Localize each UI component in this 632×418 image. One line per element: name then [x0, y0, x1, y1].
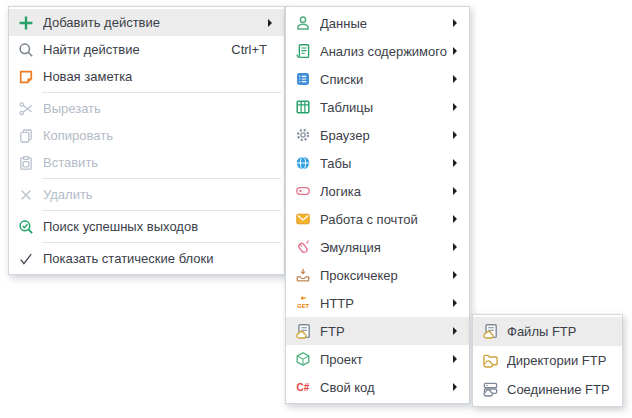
menu-item-label: Найти действие — [43, 42, 231, 57]
submenu-item-label: Работа с почтой — [320, 212, 453, 227]
document-lines-icon — [286, 43, 320, 59]
submenu-item-project[interactable]: Проект — [286, 345, 469, 373]
mail-icon — [286, 211, 320, 227]
submenu-arrow-icon — [453, 215, 469, 223]
person-icon — [286, 15, 320, 31]
delete-icon — [9, 187, 43, 203]
menu-item-copy[interactable]: Копировать — [9, 122, 284, 149]
check-icon — [9, 251, 43, 267]
submenu-item-own-code[interactable]: C# Свой код — [286, 373, 469, 401]
ftp-submenu: Файлы FTP Директории FTP Соединение FTP — [472, 314, 623, 407]
add-action-submenu: Данные Анализ содержимого Списки Таблицы… — [285, 6, 470, 404]
svg-text:C#: C# — [297, 382, 310, 393]
menu-item-label: Удалить — [43, 187, 284, 202]
submenu-arrow-icon — [453, 355, 469, 363]
submenu-item-label: HTTP — [320, 296, 453, 311]
csharp-icon: C# — [286, 379, 320, 395]
submenu-item-emulation[interactable]: Эмуляция — [286, 233, 469, 261]
ftp-file-icon — [286, 323, 320, 340]
menu-item-label: Показать статические блоки — [43, 251, 284, 266]
http-get-icon: GET — [286, 295, 320, 311]
submenu-arrow-icon — [453, 327, 469, 335]
menu-item-label: Вырезать — [43, 101, 284, 116]
submenu-item-label: Свой код — [320, 380, 453, 395]
scissors-icon — [9, 101, 43, 117]
ftp-file-icon — [473, 323, 507, 340]
submenu-item-label: Файлы FTP — [507, 324, 622, 339]
submenu-arrow-icon — [453, 271, 469, 279]
submenu-item-label: Директории FTP — [507, 353, 622, 368]
submenu-item-proxychecker[interactable]: Проксичекер — [286, 261, 469, 289]
submenu-item-content-analysis[interactable]: Анализ содержимого — [286, 37, 469, 65]
submenu-item-ftp-connection[interactable]: Соединение FTP — [473, 375, 622, 404]
submenu-item-label: Проект — [320, 352, 453, 367]
submenu-item-label: Данные — [320, 16, 453, 31]
submenu-item-ftp-files[interactable]: Файлы FTP — [473, 317, 622, 346]
plus-icon — [9, 15, 43, 31]
submenu-item-label: Таблицы — [320, 100, 453, 115]
submenu-item-label: Списки — [320, 72, 453, 87]
toggle-icon — [286, 183, 320, 199]
submenu-item-ftp-directories[interactable]: Директории FTP — [473, 346, 622, 375]
submenu-item-label: Эмуляция — [320, 240, 453, 255]
menu-item-new-note[interactable]: Новая заметка — [9, 63, 284, 90]
submenu-item-data[interactable]: Данные — [286, 9, 469, 37]
submenu-arrow-icon — [453, 299, 469, 307]
submenu-item-label: FTP — [320, 324, 453, 339]
submenu-arrow-icon — [453, 187, 469, 195]
menu-item-add-action[interactable]: Добавить действие — [9, 9, 284, 36]
menu-item-shortcut: Ctrl+T — [231, 42, 267, 57]
submenu-item-tabs[interactable]: Табы — [286, 149, 469, 177]
note-icon — [9, 69, 43, 85]
menu-separator — [42, 178, 281, 179]
submenu-item-label: Проксичекер — [320, 268, 453, 283]
submenu-item-ftp[interactable]: FTP — [286, 317, 469, 345]
submenu-arrow-icon — [268, 19, 284, 27]
copy-icon — [9, 128, 43, 144]
submenu-item-label: Соединение FTP — [507, 382, 622, 397]
submenu-arrow-icon — [453, 383, 469, 391]
menu-item-paste[interactable]: Вставить — [9, 149, 284, 176]
menu-item-show-static-blocks[interactable]: Показать статические блоки — [9, 245, 284, 272]
submenu-item-label: Логика — [320, 184, 453, 199]
menu-item-cut[interactable]: Вырезать — [9, 95, 284, 122]
list-icon — [286, 71, 320, 87]
menu-item-search-success-exits[interactable]: Поиск успешных выходов — [9, 213, 284, 240]
submenu-arrow-icon — [453, 103, 469, 111]
menu-item-find-action[interactable]: Найти действие Ctrl+T — [9, 36, 284, 63]
globe-icon — [286, 155, 320, 171]
submenu-arrow-icon — [453, 75, 469, 83]
search-icon — [9, 42, 43, 58]
menu-separator — [42, 210, 281, 211]
submenu-item-http[interactable]: GET HTTP — [286, 289, 469, 317]
menu-separator — [42, 242, 281, 243]
submenu-item-label: Анализ содержимого — [320, 44, 453, 59]
svg-text:GET: GET — [297, 303, 309, 309]
cube-icon — [286, 351, 320, 367]
submenu-item-tables[interactable]: Таблицы — [286, 93, 469, 121]
submenu-arrow-icon — [453, 19, 469, 27]
submenu-item-label: Табы — [320, 156, 453, 171]
submenu-item-browser[interactable]: Браузер — [286, 121, 469, 149]
menu-item-delete[interactable]: Удалить — [9, 181, 284, 208]
submenu-item-logic[interactable]: Логика — [286, 177, 469, 205]
search-success-icon — [9, 219, 43, 235]
ftp-server-icon — [473, 381, 507, 398]
submenu-arrow-icon — [453, 159, 469, 167]
menu-item-label: Вставить — [43, 155, 284, 170]
context-menu: Добавить действие Найти действие Ctrl+T … — [8, 6, 285, 275]
table-icon — [286, 99, 320, 115]
submenu-item-lists[interactable]: Списки — [286, 65, 469, 93]
menu-item-label: Копировать — [43, 128, 284, 143]
submenu-arrow-icon — [453, 47, 469, 55]
submenu-arrow-icon — [453, 243, 469, 251]
submenu-item-label: Браузер — [320, 128, 453, 143]
paste-icon — [9, 155, 43, 171]
gear-icon — [286, 127, 320, 143]
submenu-arrow-icon — [453, 131, 469, 139]
menu-item-label: Новая заметка — [43, 69, 284, 84]
submenu-item-mail[interactable]: Работа с почтой — [286, 205, 469, 233]
inbox-icon — [286, 267, 320, 283]
menu-item-label: Поиск успешных выходов — [43, 219, 284, 234]
ftp-folder-icon — [473, 352, 507, 369]
